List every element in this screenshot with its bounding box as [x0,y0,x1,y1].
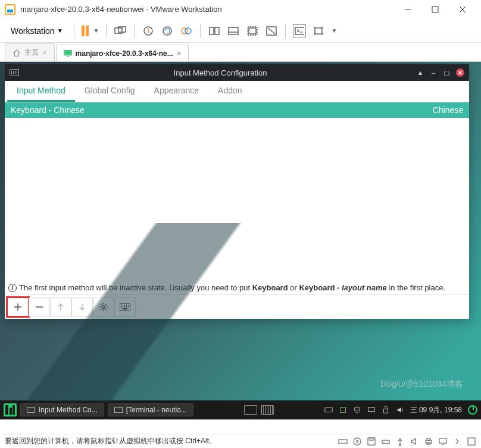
caret-down-icon[interactable]: ▼ [331,27,337,34]
info-message: i The first input method will be inactiv… [5,281,469,295]
guest-desktop[interactable]: Input Method Configuration ▲ – ▢ Input M… [0,62,481,419]
vmware-statusbar: 要返回到您的计算机，请将鼠标指针从虚拟机中移出或按 Ctrl+Alt。 [0,434,481,448]
list-item[interactable]: Keyboard - Chinese Chinese [5,102,469,118]
close-button[interactable] [449,1,476,18]
task-label: [Terminal - neutio... [126,406,187,414]
keyboard-icon [120,303,130,311]
snapshot-icon[interactable] [142,24,155,37]
view-unity-icon[interactable] [227,24,240,37]
caret-down-icon: ▼ [57,27,63,34]
tab-addon[interactable]: Addon [208,81,251,102]
task-terminal[interactable]: [Terminal - neutio... [108,403,193,416]
manage-snapshots-icon[interactable] [180,24,193,37]
tab-close-icon[interactable]: × [177,49,182,58]
volume-icon[interactable] [396,406,404,414]
svg-rect-18 [295,27,304,35]
info-text: or [288,283,299,292]
floppy-icon[interactable] [367,437,376,446]
usb-icon[interactable] [395,437,405,446]
task-input-method[interactable]: Input Method Co... [20,403,104,416]
svg-point-29 [102,306,105,309]
info-italic: layout name [342,283,387,292]
cd-icon[interactable] [352,437,362,446]
svg-rect-11 [215,27,219,35]
updates-icon[interactable] [339,406,347,414]
shade-button[interactable]: ▲ [417,69,424,76]
tab-close-icon[interactable]: × [42,48,47,57]
sound-icon[interactable] [410,437,419,446]
show-desktop-icon[interactable] [244,405,257,415]
xfce-panel: Input Method Co... [Terminal - neutio...… [0,400,481,419]
tab-home-label: 主页 [24,48,39,58]
tab-home[interactable]: 主页 × [5,43,55,61]
keyboard-indicator-icon[interactable] [261,405,274,415]
manjaro-menu-button[interactable] [4,403,17,416]
im-lang: Chinese [433,105,463,115]
input-method-list[interactable]: Keyboard - Chinese Chinese [5,102,469,281]
keyboard-button[interactable] [114,297,136,317]
svg-line-17 [268,28,275,34]
im-name: Keyboard - Chinese [11,105,85,115]
tab-vm[interactable]: manjaro-xfce-20.0.3-x64-ne... × [56,45,189,61]
pause-button[interactable] [82,26,89,36]
display-icon[interactable] [438,437,448,446]
home-icon [13,49,21,57]
svg-point-34 [354,438,361,445]
shield-icon[interactable] [353,406,361,414]
stretch-icon[interactable] [312,24,325,37]
add-button[interactable] [7,297,29,317]
clock[interactable]: 三 09 9月, 19:58 [410,405,462,415]
tab-input-method[interactable]: Input Method [7,81,75,102]
info-bold: Keyboard - [299,283,342,292]
hdd-icon[interactable] [338,437,348,446]
config-tabs: Input Method Global Config Appearance Ad… [5,81,469,102]
svg-rect-14 [249,28,256,34]
workstation-menu[interactable]: Workstation ▼ [7,24,67,38]
minimize-button[interactable]: – [430,69,437,76]
close-button[interactable] [456,68,464,77]
settings-button[interactable] [93,297,114,317]
move-up-button[interactable] [50,297,71,317]
svg-rect-22 [64,51,71,54]
maximize-button[interactable]: ▢ [443,69,450,76]
move-down-button[interactable] [71,297,93,317]
console-icon[interactable] [293,24,306,37]
power-button[interactable] [468,405,477,415]
view-exit-fullscreen-icon[interactable] [265,24,278,37]
info-icon: i [8,284,17,292]
vmware-tabs: 主页 × manjaro-xfce-20.0.3-x64-ne... × [0,43,481,62]
config-titlebar[interactable]: Input Method Configuration ▲ – ▢ [5,64,469,81]
svg-rect-45 [468,438,475,445]
svg-rect-37 [370,438,373,440]
tab-appearance[interactable]: Appearance [145,81,209,102]
device-square-icon[interactable] [467,437,476,446]
device-icons [338,437,476,446]
tab-global-config[interactable]: Global Config [75,81,145,102]
terminal-icon [114,407,123,413]
view-single-icon[interactable] [208,24,221,37]
watermark: blog/u/@5101034博客 [380,379,463,390]
remove-button[interactable] [29,297,50,317]
chevron-icon[interactable] [452,437,462,446]
svg-point-9 [185,28,191,34]
view-fullscreen-icon[interactable] [246,24,259,37]
clipboard-icon[interactable] [382,406,390,414]
minimize-button[interactable] [394,1,421,18]
system-tray: 三 09 9月, 19:58 [324,405,477,415]
printer-icon[interactable] [424,437,433,446]
svg-rect-1 [432,7,438,12]
revert-icon[interactable] [161,24,174,37]
separator [74,24,74,38]
maximize-button[interactable] [421,1,449,18]
task-label: Input Method Co... [39,406,98,414]
workstation-menu-label: Workstation [11,26,55,36]
network-icon[interactable] [381,437,391,446]
keyboard-tray-icon[interactable] [324,406,333,414]
separator [134,24,135,38]
input-method-config-window: Input Method Configuration ▲ – ▢ Input M… [5,64,469,319]
status-message: 要返回到您的计算机，请将鼠标指针从虚拟机中移出或按 Ctrl+Alt。 [5,436,338,446]
config-title: Input Method Configuration [24,68,417,77]
display-icon[interactable] [367,406,376,414]
caret-down-icon[interactable]: ▼ [93,27,99,34]
send-key-icon[interactable] [114,24,127,37]
